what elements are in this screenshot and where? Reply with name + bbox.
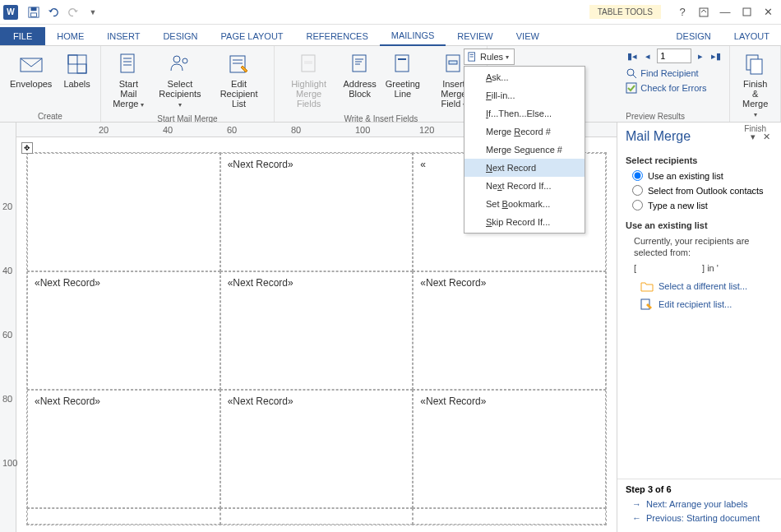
label-cell[interactable] [27, 508, 220, 525]
label-cell[interactable]: «Next Record» [413, 271, 606, 390]
tab-review[interactable]: REVIEW [446, 27, 504, 45]
next-step-link[interactable]: → Next: Arrange your labels [632, 499, 773, 509]
tab-table-layout[interactable]: LAYOUT [723, 27, 781, 45]
last-record-icon[interactable]: ▸▮ [709, 49, 723, 63]
label-cell[interactable]: «Next Record» [220, 271, 414, 390]
group-finish-label: Finish [744, 123, 766, 134]
table-move-handle-icon[interactable]: ✥ [21, 142, 33, 154]
label-cell[interactable]: «Next Record» [27, 271, 220, 390]
start-mail-merge-button[interactable]: Start Mail Merge ▾ [106, 48, 151, 113]
qat-customize-icon[interactable]: ▼ [84, 3, 102, 21]
tab-page-layout[interactable]: PAGE LAYOUT [210, 27, 295, 45]
maximize-icon[interactable] [737, 3, 756, 21]
radio-input[interactable] [632, 200, 643, 210]
folder-icon [640, 280, 654, 292]
prev-record-icon[interactable]: ◂ [641, 49, 654, 63]
tab-mailings[interactable]: MAILINGS [380, 26, 446, 46]
rules-label: Rules [480, 52, 503, 62]
source-text: [] in ' [634, 262, 773, 274]
word-app-icon[interactable]: W [3, 5, 18, 20]
hruler-tick: 80 [291, 125, 301, 135]
next-record-icon[interactable]: ▸ [694, 49, 707, 63]
minimize-icon[interactable]: — [715, 3, 735, 21]
label-cell[interactable]: «Next Record» [220, 390, 414, 508]
find-recipient-label: Find Recipient [640, 68, 698, 78]
label-cell[interactable] [27, 153, 220, 271]
radio-outlook-contacts[interactable]: Select from Outlook contacts [632, 185, 773, 196]
check-errors-label: Check for Errors [640, 83, 706, 93]
rules-skip-record-if[interactable]: Skip Record If... [464, 213, 585, 231]
group-write-insert: Highlight Merge Fields Address Block Gre… [275, 46, 488, 122]
svg-point-31 [627, 69, 634, 76]
record-number-input[interactable] [657, 49, 691, 63]
rules-next-record[interactable]: Next Record [464, 159, 585, 177]
rules-set-bookmark[interactable]: Set Bookmark... [464, 195, 585, 213]
tab-home[interactable]: HOME [45, 27, 95, 45]
label-cell[interactable]: «Next Record» [27, 390, 220, 508]
radio-input[interactable] [632, 185, 643, 196]
first-record-icon[interactable]: ▮◂ [626, 49, 639, 63]
redo-icon[interactable] [64, 3, 82, 21]
label-cell[interactable] [220, 508, 414, 525]
rules-dropdown: Ask... Fill-in... If...Then...Else... Me… [464, 66, 585, 234]
labels-label: Labels [63, 79, 90, 89]
select-recipients-label: Select Recipients ▾ [158, 79, 202, 109]
label-cell[interactable] [413, 508, 606, 525]
tab-file[interactable]: FILE [0, 27, 45, 45]
vruler-tick: 60 [2, 330, 12, 340]
svg-rect-4 [743, 8, 751, 16]
label-cell[interactable]: «Next Record» [220, 153, 414, 271]
arrow-right-icon: → [632, 499, 641, 509]
prev-step-link[interactable]: ← Previous: Starting document [632, 513, 773, 523]
check-errors-button[interactable]: Check for Errors [626, 81, 723, 95]
group-preview-label: Preview Results [626, 110, 723, 122]
find-recipient-button[interactable]: Find Recipient [626, 66, 723, 81]
radio-existing-list[interactable]: Use an existing list [632, 170, 773, 181]
label-cell[interactable]: «Next Record» [413, 390, 606, 508]
highlight-icon [296, 51, 322, 77]
edit-recipient-list-button[interactable]: Edit Recipient List [209, 48, 269, 112]
rules-ifthenelse[interactable]: If...Then...Else... [464, 104, 585, 123]
contextual-tab-label: TABLE TOOLS [589, 5, 661, 19]
use-existing-heading: Use an existing list [626, 220, 773, 230]
finish-merge-button[interactable]: Finish & Merge ▾ [735, 48, 775, 123]
ribbon-display-icon[interactable] [694, 3, 714, 21]
task-pane-title: Mail Merge [626, 129, 746, 144]
tab-design[interactable]: DESIGN [151, 27, 209, 45]
undo-icon[interactable] [44, 3, 62, 21]
envelopes-button[interactable]: Envelopes [5, 48, 57, 92]
labels-button[interactable]: Labels [58, 48, 95, 92]
tab-view[interactable]: VIEW [505, 27, 551, 45]
svg-rect-9 [121, 54, 134, 72]
select-recipients-button[interactable]: Select Recipients ▾ [153, 48, 207, 113]
save-icon[interactable] [25, 3, 43, 21]
close-icon[interactable]: ✕ [758, 3, 778, 21]
vruler-tick: 40 [2, 266, 12, 275]
rules-next-record-if[interactable]: Next Record If... [464, 177, 585, 195]
rules-merge-record[interactable]: Merge Record # [464, 123, 585, 141]
document-icon [115, 51, 141, 77]
greeting-icon [390, 51, 416, 77]
address-icon [347, 51, 373, 77]
edit-recipient-list-link[interactable]: Edit recipient list... [640, 298, 773, 310]
radio-type-new-list[interactable]: Type a new list [632, 200, 773, 210]
people-icon [167, 51, 193, 77]
help-icon[interactable]: ? [672, 3, 692, 21]
radio-label: Select from Outlook contacts [648, 186, 764, 196]
group-create-label: Create [38, 110, 62, 122]
radio-input[interactable] [632, 170, 643, 181]
tab-table-design[interactable]: DESIGN [665, 27, 723, 45]
svg-rect-20 [353, 55, 366, 72]
tab-insert[interactable]: INSERT [95, 27, 151, 45]
address-block-button[interactable]: Address Block [340, 48, 380, 102]
greeting-line-button[interactable]: Greeting Line [381, 48, 423, 102]
select-different-list-link[interactable]: Select a different list... [640, 280, 773, 292]
svg-rect-33 [626, 83, 636, 93]
rules-button[interactable]: Rules ▾ [464, 49, 515, 65]
rules-merge-sequence[interactable]: Merge Sequence # [464, 141, 585, 159]
rules-ask[interactable]: Ask... [464, 68, 585, 86]
tab-references[interactable]: REFERENCES [295, 27, 380, 45]
ribbon: Envelopes Labels Create Start Mail Merge… [0, 46, 781, 123]
rules-fillin[interactable]: Fill-in... [464, 86, 585, 104]
envelopes-label: Envelopes [10, 79, 52, 89]
